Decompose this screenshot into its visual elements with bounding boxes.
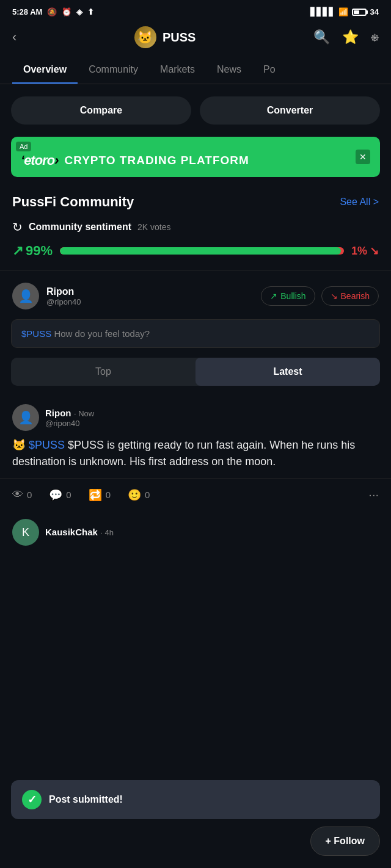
upload-icon: ⬆ (87, 7, 94, 16)
ad-banner: Ad ‘etoro› CRYPTO TRADING PLATFORM ✕ (11, 137, 380, 177)
favorite-icon[interactable]: ⭐ (342, 29, 359, 45)
post-body: 🐱 $PUSS $PUSS is getting ready to run fa… (12, 437, 379, 470)
wifi-icon: 📶 (338, 7, 348, 16)
reaction-icon: 🙂 (128, 488, 141, 502)
search-icon[interactable]: 🔍 (313, 29, 330, 45)
post-ticker[interactable]: $PUSS (29, 439, 68, 451)
comments-icon: 💬 (49, 488, 62, 502)
next-post-author: KausikChak (45, 527, 98, 537)
sentiment-bar (60, 247, 344, 255)
next-post-time: · 4h (100, 528, 114, 537)
input-ticker: $PUSS (21, 328, 51, 339)
post-header: 👤 Ripon · Now @ripon40 (12, 404, 379, 431)
sentiment-fill (60, 247, 341, 255)
author-info: 👤 Ripon @ripon40 (12, 283, 81, 309)
battery-icon (352, 9, 367, 16)
post-avatar: 👤 (12, 404, 39, 431)
comments-action[interactable]: 💬 0 (49, 488, 71, 502)
bull-arrow-icon: ↗ (12, 243, 23, 259)
next-post-avatar: K (12, 519, 39, 546)
ad-content: ‘etoro› CRYPTO TRADING PLATFORM (21, 145, 249, 168)
bullish-button[interactable]: ↗ Bullish (261, 286, 315, 306)
mute-icon: 🔕 (47, 7, 57, 16)
post-time: · Now (74, 409, 94, 418)
views-count: 0 (27, 490, 32, 500)
converter-button[interactable]: Converter (200, 96, 380, 125)
post-actions: 👁 0 💬 0 🔁 0 🙂 0 ··· (0, 479, 391, 510)
sentiment-bar-row: ↗ 99% 1% ↘ (0, 243, 391, 267)
follow-btn-container: + Follow (310, 826, 380, 856)
author-avatar: 👤 (12, 283, 39, 309)
comments-count: 0 (66, 490, 71, 500)
views-action[interactable]: 👁 0 (12, 488, 32, 501)
sentiment-row: ↻ Community sentiment 2K votes (0, 220, 391, 243)
ad-text: CRYPTO TRADING PLATFORM (64, 154, 249, 167)
status-time: 5:28 AM (12, 7, 42, 16)
sentiment-icon: ↻ (12, 220, 23, 234)
battery-level: 34 (370, 7, 379, 16)
bear-arrow-icon: ↘ (370, 244, 379, 258)
tab-top[interactable]: Top (11, 358, 196, 386)
views-icon: 👁 (12, 488, 23, 501)
reaction-action[interactable]: 🙂 0 (128, 488, 150, 502)
post-handle: @ripon40 (45, 419, 379, 428)
votes-count: 2K votes (137, 222, 170, 232)
see-all-button[interactable]: See All > (340, 197, 379, 208)
author-handle: @ripon40 (46, 297, 81, 306)
sentiment-buttons: ↗ Bullish ↘ Bearish (261, 286, 379, 306)
post-tabs: Top Latest (11, 358, 380, 386)
divider-1 (0, 270, 391, 270)
compare-button[interactable]: Compare (11, 96, 191, 125)
tab-latest[interactable]: Latest (196, 358, 380, 386)
next-post-preview: K KausikChak · 4h (0, 510, 391, 548)
tab-more[interactable]: Po (252, 58, 287, 84)
bull-btn-icon: ↗ (270, 291, 277, 301)
retweet-count: 0 (106, 490, 111, 500)
coin-avatar: 🐱 (134, 26, 156, 48)
community-title: PussFi Community (12, 194, 134, 210)
action-buttons: Compare Converter (0, 84, 391, 137)
toast-check-icon: ✓ (22, 790, 42, 809)
post-item: 👤 Ripon · Now @ripon40 🐱 $PUSS $PUSS is … (0, 396, 391, 479)
status-bar: 5:28 AM 🔕 ⏰ ◈ ⬆ ▋▋▋▋ 📶 34 (0, 0, 391, 21)
share-icon[interactable]: ⎈ (371, 29, 379, 45)
coin-title: 🐱 PUSS (134, 26, 196, 48)
toast-notification: ✓ Post submitted! (11, 780, 380, 819)
input-placeholder: How do you feel today? (54, 328, 150, 339)
ad-label: Ad (16, 142, 31, 151)
tab-community[interactable]: Community (78, 58, 149, 84)
post-meta: Ripon · Now @ripon40 (45, 408, 379, 428)
sentiment-label: Community sentiment (29, 222, 131, 233)
tab-markets[interactable]: Markets (149, 58, 206, 84)
follow-button[interactable]: + Follow (310, 826, 380, 856)
community-header: PussFi Community See All > (0, 189, 391, 220)
bearish-percentage: 1% ↘ (351, 244, 379, 258)
post-author-row: 👤 Ripon @ripon40 ↗ Bullish ↘ Bearish (0, 273, 391, 314)
more-button[interactable]: ··· (368, 488, 379, 502)
bear-btn-icon: ↘ (331, 291, 338, 301)
etoro-logo: ‘etoro› (21, 153, 58, 168)
retweet-icon: 🔁 (89, 488, 102, 502)
bearish-button[interactable]: ↘ Bearish (321, 286, 379, 306)
tab-overview[interactable]: Overview (12, 58, 78, 84)
reaction-count: 0 (145, 490, 150, 500)
coin-name: PUSS (163, 31, 196, 45)
binance-icon: ◈ (76, 7, 82, 16)
post-author-name: Ripon (45, 408, 71, 418)
back-button[interactable]: ‹ (12, 29, 16, 45)
alarm-icon: ⏰ (62, 7, 71, 16)
bullish-percentage: ↗ 99% (12, 243, 53, 259)
tab-news[interactable]: News (206, 58, 252, 84)
post-emoji: 🐱 (12, 439, 29, 451)
header: ‹ 🐱 PUSS 🔍 ⭐ ⎈ (0, 21, 391, 58)
ad-close-button[interactable]: ✕ (356, 150, 370, 164)
nav-tabs: Overview Community Markets News Po (0, 58, 391, 84)
post-input[interactable]: $PUSS How do you feel today? (11, 319, 380, 348)
author-name: Ripon (46, 286, 81, 297)
toast-message: Post submitted! (49, 794, 123, 805)
signal-icon: ▋▋▋▋ (310, 7, 335, 16)
retweet-action[interactable]: 🔁 0 (89, 488, 111, 502)
